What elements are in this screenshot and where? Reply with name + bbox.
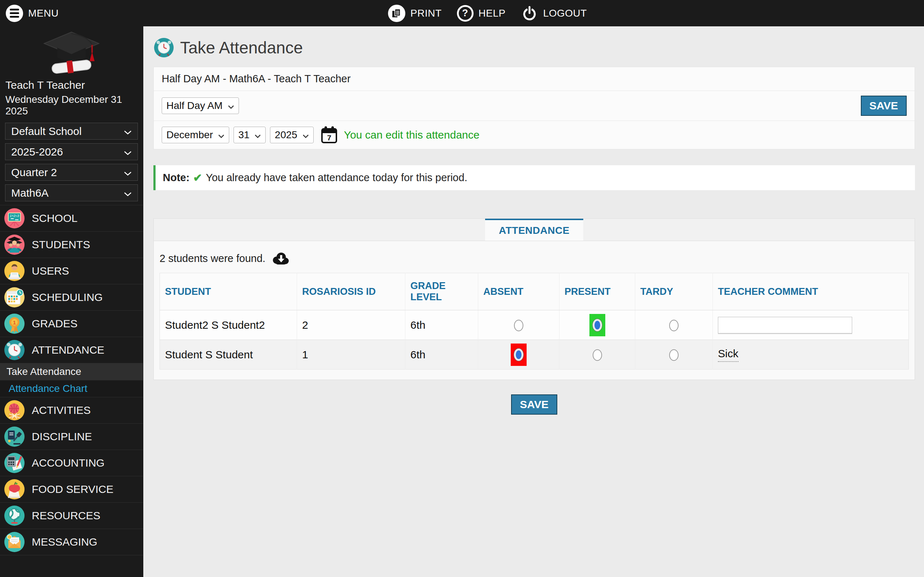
chevron-down-icon (124, 146, 132, 158)
sidebar-item-label: SCHEDULING (32, 291, 103, 303)
sidebar-subitem-attendance-chart[interactable]: Attendance Chart (0, 380, 143, 397)
print-label: PRINT (410, 8, 442, 19)
sidebar-item-accounting[interactable]: ACCOUNTING (0, 450, 143, 476)
absent-radio[interactable] (514, 320, 523, 331)
print-button[interactable]: PRINT (388, 5, 442, 22)
svg-text:1+2=3: 1+2=3 (10, 214, 19, 218)
period-select[interactable]: Half Day AM (162, 97, 239, 114)
table-row: Student2 S Student2 2 6th (160, 310, 909, 340)
school-icon: 1+2=3 (3, 208, 25, 229)
teacher-comment-input[interactable] (718, 317, 852, 334)
table-header-row: STUDENT ROSARIOSIS ID GRADE LEVEL ABSENT… (160, 273, 909, 310)
attendance-table: STUDENT ROSARIOSIS ID GRADE LEVEL ABSENT… (160, 273, 909, 369)
activities-icon (3, 400, 25, 421)
sidebar-item-attendance[interactable]: ATTENDANCE (0, 337, 143, 363)
chevron-down-icon (302, 129, 309, 141)
month-select[interactable]: December (162, 127, 229, 143)
sidebar-item-label: ACTIVITIES (32, 404, 90, 416)
menu-button[interactable]: MENU (6, 5, 58, 22)
main-content: Take Attendance Half Day AM - Math6A - T… (143, 26, 924, 577)
student-name: Student S Student (160, 340, 297, 369)
chevron-down-icon (124, 125, 132, 137)
sidebar-item-label: ACCOUNTING (32, 457, 105, 469)
svg-text:1: 1 (13, 319, 16, 326)
students-found-text: 2 students were found. (160, 253, 265, 264)
discipline-icon (3, 426, 25, 448)
print-icon (388, 5, 405, 22)
clock-icon (153, 37, 174, 58)
note-text: You already have taken attendance today … (206, 172, 467, 184)
present-radio[interactable] (593, 349, 602, 361)
sidebar-item-students[interactable]: STUDENTS (0, 232, 143, 258)
radio-dot (593, 319, 602, 331)
svg-text:7: 7 (327, 134, 331, 142)
sidebar-subitem-take-attendance[interactable]: Take Attendance (0, 363, 143, 380)
chevron-down-icon (218, 129, 224, 141)
course-select[interactable]: Math6A (5, 184, 138, 201)
sidebar-item-food-service[interactable]: FOOD SERVICE (0, 476, 143, 503)
chevron-down-icon (124, 166, 132, 179)
table-row: Student S Student 1 6th Sick (160, 340, 909, 369)
topbar: MENU PRINT ? HELP (0, 0, 924, 26)
school-year-select[interactable]: 2025-2026 (5, 143, 138, 160)
sidebar-item-label: ATTENDANCE (32, 344, 104, 356)
present-radio-selected[interactable] (589, 314, 605, 336)
col-header-present: PRESENT (560, 273, 635, 310)
tab-attendance[interactable]: ATTENDANCE (485, 219, 583, 241)
graduation-cap-logo (0, 26, 143, 77)
attendance-panel: ATTENDANCE 2 students were found. (153, 218, 915, 380)
sidebar-item-label: FOOD SERVICE (32, 483, 113, 495)
help-button[interactable]: ? HELP (457, 5, 506, 22)
context-line: Half Day AM - Math6A - Teach T Teacher (154, 67, 914, 91)
menu-label: MENU (28, 8, 58, 19)
sidebar-item-grades[interactable]: 1 GRADES (0, 311, 143, 337)
year-select[interactable]: 2025 (270, 127, 313, 143)
radio-dot (514, 348, 523, 361)
sidebar-item-resources[interactable]: RESOURCES (0, 503, 143, 529)
col-header-grade-level: GRADE LEVEL (405, 273, 478, 310)
sidebar-item-activities[interactable]: ACTIVITIES (0, 397, 143, 424)
chevron-down-icon (255, 129, 261, 141)
attendance-icon (3, 339, 25, 361)
sidebar-item-users[interactable]: USERS (0, 258, 143, 284)
accounting-icon (3, 452, 25, 474)
note-box: Note: ✔ You already have taken attendanc… (153, 165, 915, 190)
power-icon (521, 5, 538, 22)
col-header-absent: ABSENT (478, 273, 560, 310)
save-button-bottom[interactable]: SAVE (511, 395, 557, 414)
tardy-radio[interactable] (669, 320, 679, 331)
student-id: 1 (297, 340, 405, 369)
sidebar-item-label: RESOURCES (32, 509, 100, 522)
sidebar: Teach T Teacher Wednesday December 31 20… (0, 26, 143, 577)
help-label: HELP (479, 8, 506, 19)
sidebar-item-messaging[interactable]: MESSAGING (0, 529, 143, 555)
note-label: Note: (163, 172, 189, 184)
attendance-header-panel: Half Day AM - Math6A - Teach T Teacher H… (153, 67, 915, 149)
sidebar-item-label: STUDENTS (32, 239, 90, 251)
chevron-down-icon (228, 100, 234, 111)
cloud-download-icon[interactable] (271, 251, 290, 266)
col-header-rosariosis-id: ROSARIOSIS ID (297, 273, 405, 310)
absent-radio-selected[interactable] (511, 343, 527, 366)
school-select[interactable]: Default School (5, 123, 138, 140)
sidebar-item-school[interactable]: 1+2=3 SCHOOL (0, 205, 143, 232)
col-header-student: STUDENT (160, 273, 297, 310)
day-select[interactable]: 31 (234, 127, 266, 143)
users-icon (3, 260, 25, 282)
logout-button[interactable]: LOGOUT (521, 5, 587, 22)
user-name: Teach T Teacher (5, 79, 143, 91)
checkmark-icon: ✔ (193, 171, 202, 184)
quarter-select[interactable]: Quarter 2 (5, 164, 138, 181)
calendar-icon[interactable]: 7 (321, 126, 337, 144)
messaging-icon (3, 531, 25, 553)
grade-level: 6th (405, 310, 478, 340)
sidebar-item-discipline[interactable]: DISCIPLINE (0, 424, 143, 450)
current-date: Wednesday December 31 2025 (5, 94, 143, 117)
grade-level: 6th (405, 340, 478, 369)
save-button-top[interactable]: SAVE (861, 96, 907, 116)
sidebar-item-scheduling[interactable]: SCHEDULING (0, 284, 143, 311)
sidebar-item-label: DISCIPLINE (32, 430, 92, 443)
sidebar-item-label: GRADES (32, 318, 77, 330)
tardy-radio[interactable] (669, 349, 679, 361)
teacher-comment-value[interactable]: Sick (718, 348, 739, 362)
